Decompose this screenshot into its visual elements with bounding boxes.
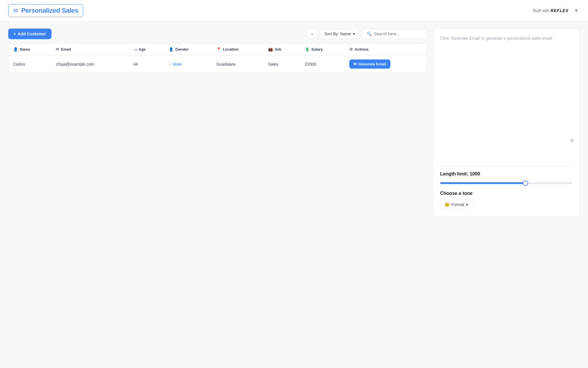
col-salary: 💲Salary xyxy=(300,44,345,55)
cell-job: Sales xyxy=(263,55,300,73)
table-row: Carlos chsja@example.com 44 ♂ Male Guada… xyxy=(9,55,427,73)
email-placeholder-text: Click 'Generate Email' to generate a per… xyxy=(440,36,572,101)
cell-salary: 22000 xyxy=(300,55,345,73)
cell-gender: ♂ Male xyxy=(164,55,212,73)
col-gender: 👤Gender xyxy=(164,44,212,55)
length-limit-label: Length limit: 1000 xyxy=(440,171,572,177)
tone-emoji: 😊 xyxy=(445,202,450,207)
length-limit-slider[interactable] xyxy=(440,182,572,184)
generate-email-button[interactable]: ✉ Generate Email xyxy=(349,59,390,69)
cell-email: chsja@example.com xyxy=(51,55,128,73)
col-email: ✉Email xyxy=(51,44,128,55)
generate-email-icon: ✉ xyxy=(353,62,357,66)
cell-location: Guadalara xyxy=(212,55,263,73)
tone-dropdown-icon: ▾ xyxy=(466,202,468,207)
generate-email-label: Generate Email xyxy=(358,62,386,66)
cell-actions: ✉ Generate Email xyxy=(345,55,427,73)
sort-by-button[interactable]: Sort By: Name ▾ xyxy=(320,29,359,39)
sort-label: Sort By: Name xyxy=(324,32,351,36)
length-slider-wrap xyxy=(440,180,572,185)
col-age: ↑₂Age xyxy=(129,44,164,55)
col-name: 👤Name xyxy=(9,44,51,55)
cell-name: Carlos xyxy=(9,55,51,73)
cell-age: 44 xyxy=(129,55,164,73)
header-right: Built with REFLEX ☀ xyxy=(533,6,580,15)
theme-toggle-button[interactable]: ☀ xyxy=(573,6,580,15)
search-icon: 🔍 xyxy=(367,32,372,36)
email-panel: Click 'Generate Email' to generate a per… xyxy=(433,29,580,217)
sort-icon-button[interactable]: ↕ xyxy=(307,29,317,39)
toolbar: + Add Customer ↕ Sort By: Name ▾ 🔍 xyxy=(8,29,427,39)
add-icon: + xyxy=(14,32,16,36)
app-header: ✉ Personalized Sales Built with REFLEX ☀ xyxy=(0,0,588,21)
col-actions: ⚙Actions xyxy=(345,44,427,55)
tone-select-button[interactable]: 😊 Formal ▾ xyxy=(440,200,472,210)
left-panel: + Add Customer ↕ Sort By: Name ▾ 🔍 👤Name… xyxy=(8,29,427,73)
app-logo: ✉ Personalized Sales xyxy=(8,4,83,17)
customer-table: 👤Name ✉Email ↑₂Age 👤Gender 📍Location 💼Jo… xyxy=(8,43,427,73)
choose-tone-label: Choose a tone xyxy=(440,191,572,196)
col-job: 💼Job xyxy=(263,44,300,55)
main-content: + Add Customer ↕ Sort By: Name ▾ 🔍 👤Name… xyxy=(0,21,588,224)
built-with-text: Built with REFLEX xyxy=(533,8,569,13)
col-location: 📍Location xyxy=(212,44,263,55)
table-header-row: 👤Name ✉Email ↑₂Age 👤Gender 📍Location 💼Jo… xyxy=(9,44,427,55)
search-bar: 🔍 xyxy=(362,29,427,39)
sort-dropdown-icon: ▾ xyxy=(353,32,355,36)
add-customer-button[interactable]: + Add Customer xyxy=(8,29,51,39)
app-title: Personalized Sales xyxy=(21,7,78,14)
copy-icon[interactable]: ⧉ xyxy=(570,138,574,143)
add-customer-label: Add Customer xyxy=(18,32,46,36)
logo-icon: ✉ xyxy=(13,7,18,14)
tone-value: Formal xyxy=(451,202,464,207)
search-input[interactable] xyxy=(374,32,421,36)
